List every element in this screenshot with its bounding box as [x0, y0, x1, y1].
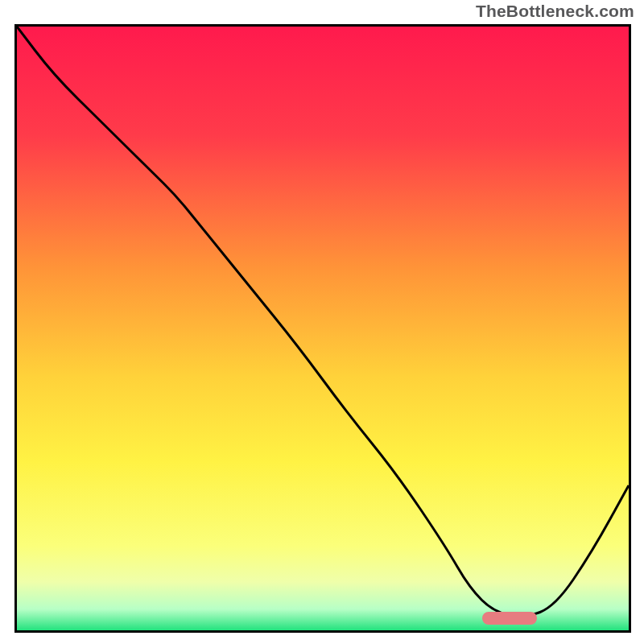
optimal-range-marker: [482, 612, 537, 625]
chart-frame: [14, 24, 631, 633]
chart-plot-area: [17, 27, 629, 630]
chart-curve: [17, 27, 629, 630]
watermark-text: TheBottleneck.com: [476, 2, 634, 21]
